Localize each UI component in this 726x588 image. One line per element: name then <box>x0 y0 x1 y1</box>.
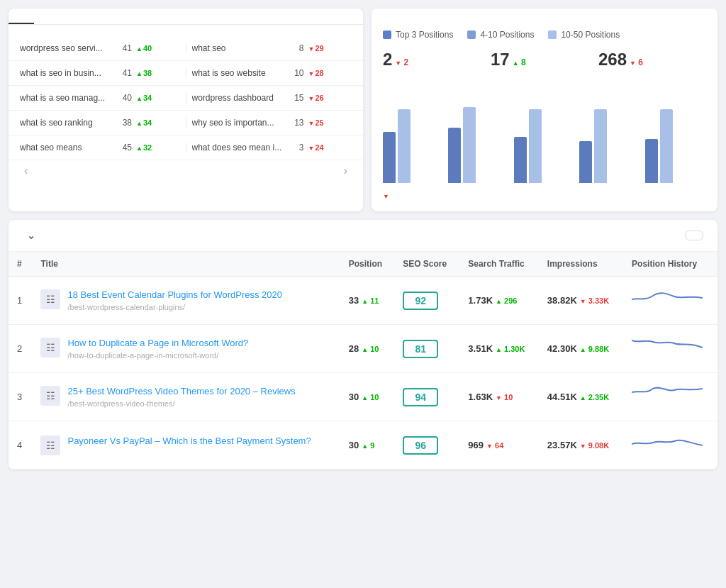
post-icon: ☷ <box>40 289 60 309</box>
impressions-value: 42.30K <box>547 343 577 354</box>
impressions-change: 3.33K <box>580 296 609 305</box>
post-traffic-cell: 1.73K 296 <box>459 277 539 325</box>
position-history-chart <box>632 382 703 410</box>
chart-bar-dark <box>383 132 396 183</box>
winning-kw-cell: what is seo ranking 38 34 <box>20 118 180 128</box>
scroll-left-arrow[interactable]: ‹ <box>20 163 32 179</box>
losing-kw-pos: 15 <box>289 93 304 103</box>
count-change: 8 <box>513 57 526 67</box>
losing-kw-cell: what does seo mean i... 3 24 <box>192 143 352 152</box>
legend-item: Top 3 Positions <box>383 30 453 40</box>
post-title-link[interactable]: How to Duplicate a Page in Microsoft Wor… <box>67 338 248 348</box>
count-change: 2 <box>395 57 408 67</box>
position-count: 268 6 <box>598 50 706 70</box>
losing-kw-change: 24 <box>308 143 330 152</box>
impressions-value: 23.57K <box>547 440 577 450</box>
post-url: /best-wordpress-video-themes/ <box>67 399 174 408</box>
tab-tracked-keywords[interactable] <box>34 9 60 24</box>
impressions-value: 38.82K <box>547 295 577 306</box>
bar-group <box>514 109 575 183</box>
keywords-open-report <box>9 182 363 193</box>
keywords-panel: wordpress seo servi... 41 40 what seo 8 … <box>9 9 363 211</box>
post-title-cell: ☷ How to Duplicate a Page in Microsoft W… <box>32 325 340 373</box>
legend-dot <box>548 30 557 39</box>
winning-kw-name: what seo means <box>20 143 112 152</box>
traffic-value: 3.51K <box>468 343 493 354</box>
post-history-cell <box>623 421 717 470</box>
keyword-row: what seo means 45 32 what does seo mean … <box>9 135 363 160</box>
position-change: 11 <box>362 296 379 305</box>
post-impressions-cell: 38.82K 3.33K <box>539 277 623 325</box>
kw-divider <box>186 118 186 128</box>
losing-kw-pos: 8 <box>289 43 304 53</box>
post-url: /how-to-duplicate-a-page-in-microsoft-wo… <box>67 351 218 360</box>
posts-table-body: 1 ☷ 18 Best Event Calendar Plugins for W… <box>9 277 717 470</box>
post-number-cell: 4 <box>9 421 32 470</box>
posts-title[interactable]: ⌄ <box>23 230 35 241</box>
post-history-cell <box>623 373 717 421</box>
post-number-cell: 1 <box>9 277 32 325</box>
table-column-header: Search Traffic <box>459 252 539 277</box>
impressions-change: 9.08K <box>580 441 609 450</box>
count-value: 17 <box>491 50 510 69</box>
post-number: 3 <box>17 392 22 402</box>
post-seo-score-cell: 92 <box>394 277 459 325</box>
keyword-row: what is seo in busin... 41 38 what is se… <box>9 61 363 86</box>
post-seo-score-cell: 94 <box>394 373 459 421</box>
chart-bar-light <box>463 107 476 183</box>
winning-kw-name: what is seo ranking <box>20 118 112 128</box>
table-row: 3 ☷ 25+ Best WordPress Video Themes for … <box>9 373 717 421</box>
posts-table-header-row: #TitlePositionSEO ScoreSearch TrafficImp… <box>9 252 717 277</box>
seo-score-badge: 81 <box>403 340 438 358</box>
post-title-link[interactable]: 25+ Best WordPress Video Themes for 2020… <box>67 386 295 396</box>
post-icon: ☷ <box>40 436 60 455</box>
more-options-button[interactable] <box>685 231 703 240</box>
post-impressions-cell: 42.30K 9.88K <box>539 325 623 373</box>
table-column-header: Position History <box>623 252 717 277</box>
losing-kw-change: 28 <box>308 69 330 77</box>
tab-all-keywords[interactable] <box>9 9 34 24</box>
winning-kw-change: 34 <box>136 118 157 127</box>
table-column-header: # <box>9 252 32 277</box>
posts-table: #TitlePositionSEO ScoreSearch TrafficImp… <box>9 252 717 470</box>
down-arrow-icon <box>308 44 315 52</box>
losing-kw-change: 25 <box>308 118 330 127</box>
post-number-cell: 2 <box>9 325 32 373</box>
post-title-text: 25+ Best WordPress Video Themes for 2020… <box>67 386 295 409</box>
seo-score-badge: 96 <box>403 436 438 455</box>
losing-kw-change: 26 <box>308 94 330 102</box>
post-url: /best-wordpress-calendar-plugins/ <box>67 303 185 311</box>
chart-bar-dark <box>448 128 461 183</box>
losing-kw-name: wordpress dashboard <box>192 93 284 103</box>
post-seo-score-cell: 81 <box>394 325 459 373</box>
position-count: 2 2 <box>383 50 491 70</box>
avg-ctr-down-arrow <box>383 192 389 200</box>
position-count: 17 8 <box>491 50 598 70</box>
legend-label: 4-10 Positions <box>480 30 534 40</box>
posts-panel: ⌄ #TitlePositionSEO ScoreSearch TrafficI… <box>9 220 717 470</box>
down-arrow-icon <box>308 143 315 152</box>
losing-kw-cell: wordpress dashboard 15 26 <box>192 93 352 103</box>
post-number-cell: 3 <box>9 373 32 421</box>
traffic-value: 1.63K <box>468 392 493 402</box>
post-icon: ☷ <box>40 338 60 357</box>
count-change: 6 <box>630 57 643 67</box>
post-number: 1 <box>17 295 22 306</box>
losing-kw-cell: what seo 8 29 <box>192 43 352 53</box>
traffic-change: 1.30K <box>496 345 525 353</box>
position-history-chart <box>632 285 703 314</box>
avg-ctr <box>383 192 404 200</box>
losing-kw-name: why seo is importan... <box>192 118 284 128</box>
post-icon: ☷ <box>40 386 60 406</box>
position-history-chart <box>632 430 703 458</box>
post-history-cell <box>623 277 717 325</box>
legend-dot <box>467 30 476 39</box>
table-column-header: Position <box>340 252 394 277</box>
post-title-link[interactable]: Payoneer Vs PayPal – Which is the Best P… <box>67 436 311 446</box>
position-change: 10 <box>362 345 379 353</box>
post-title-link[interactable]: 18 Best Event Calendar Plugins for WordP… <box>67 289 282 300</box>
losing-kw-name: what seo <box>192 43 284 53</box>
chart-bar-dark <box>645 139 658 183</box>
scroll-right-arrow[interactable]: › <box>340 163 352 179</box>
winning-kw-pos: 45 <box>116 143 132 152</box>
